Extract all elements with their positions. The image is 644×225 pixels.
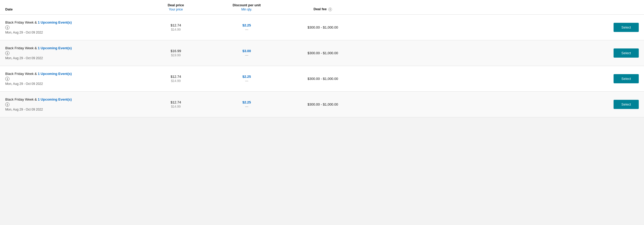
discount-sub: — xyxy=(210,28,283,31)
event-title: Black Friday Week & 1 Upcoming Event(s) xyxy=(5,46,142,50)
event-title: Black Friday Week & 1 Upcoming Event(s) xyxy=(5,97,142,101)
deal-price-main: $12.74 xyxy=(142,100,210,104)
row-date-col: Black Friday Week & 1 Upcoming Event(s) … xyxy=(5,46,142,60)
event-info-icon[interactable]: ℹ xyxy=(5,102,9,107)
discount-sub: — xyxy=(210,105,283,108)
discount-main: $3.00 xyxy=(210,49,283,53)
row-discount: $2.25 — xyxy=(210,100,283,108)
header-date: Date xyxy=(5,7,142,11)
select-button[interactable]: Select xyxy=(614,48,639,58)
row-deal-fee: $300.00 - $1,000.00 xyxy=(283,77,362,81)
select-button[interactable]: Select xyxy=(614,23,639,32)
row-deal-price: $12.74 $14.99 xyxy=(142,23,210,31)
discount-sub: — xyxy=(210,53,283,57)
row-deal-fee: $300.00 - $1,000.00 xyxy=(283,25,362,29)
event-title: Black Friday Week & 1 Upcoming Event(s) xyxy=(5,20,142,24)
row-action: Select xyxy=(362,23,639,32)
row-discount: $2.25 — xyxy=(210,23,283,31)
deal-price-sub: $14.99 xyxy=(142,79,210,83)
deal-fee-info-icon[interactable]: ℹ xyxy=(328,8,332,11)
event-date: Mon, Aug 29 - Oct 09 2022 xyxy=(5,56,142,60)
event-date: Mon, Aug 29 - Oct 09 2022 xyxy=(5,108,142,111)
event-date: Mon, Aug 29 - Oct 09 2022 xyxy=(5,82,142,86)
table-row: Black Friday Week & 1 Upcoming Event(s) … xyxy=(0,15,644,40)
deal-price-sub: $14.99 xyxy=(142,28,210,31)
event-info-icon[interactable]: ℹ xyxy=(5,25,9,30)
table-row: Black Friday Week & 1 Upcoming Event(s) … xyxy=(0,40,644,66)
deals-table: Date Deal price Your price Discount per … xyxy=(0,0,644,117)
event-title: Black Friday Week & 1 Upcoming Event(s) xyxy=(5,72,142,76)
row-deal-fee: $300.00 - $1,000.00 xyxy=(283,51,362,55)
table-row: Black Friday Week & 1 Upcoming Event(s) … xyxy=(0,92,644,117)
row-date-col: Black Friday Week & 1 Upcoming Event(s) … xyxy=(5,72,142,86)
event-highlight: 1 Upcoming Event(s) xyxy=(38,97,72,101)
event-date: Mon, Aug 29 - Oct 09 2022 xyxy=(5,31,142,34)
select-button[interactable]: Select xyxy=(614,100,639,109)
event-highlight: 1 Upcoming Event(s) xyxy=(38,72,72,76)
discount-sub: — xyxy=(210,79,283,83)
discount-main: $2.25 xyxy=(210,23,283,27)
row-discount: $2.25 — xyxy=(210,75,283,83)
deal-price-main: $12.74 xyxy=(142,75,210,79)
header-deal-fee: Deal fee ℹ xyxy=(283,7,362,11)
row-date-col: Black Friday Week & 1 Upcoming Event(s) … xyxy=(5,20,142,34)
event-info-icon[interactable]: ℹ xyxy=(5,51,9,55)
row-discount: $3.00 — xyxy=(210,49,283,57)
deal-price-main: $12.74 xyxy=(142,23,210,27)
discount-main: $2.25 xyxy=(210,100,283,104)
event-highlight: 1 Upcoming Event(s) xyxy=(38,46,72,50)
deal-price-sub: $19.99 xyxy=(142,53,210,57)
discount-main: $2.25 xyxy=(210,75,283,79)
header-discount: Discount per unit Min qty. xyxy=(210,3,283,11)
row-action: Select xyxy=(362,48,639,58)
row-deal-price: $12.74 $14.99 xyxy=(142,100,210,108)
deal-price-sub: $14.99 xyxy=(142,105,210,108)
table-header: Date Deal price Your price Discount per … xyxy=(0,0,644,15)
table-body: Black Friday Week & 1 Upcoming Event(s) … xyxy=(0,15,644,117)
row-date-col: Black Friday Week & 1 Upcoming Event(s) … xyxy=(5,97,142,111)
row-action: Select xyxy=(362,100,639,109)
event-info-icon[interactable]: ℹ xyxy=(5,77,9,81)
row-action: Select xyxy=(362,74,639,83)
table-row: Black Friday Week & 1 Upcoming Event(s) … xyxy=(0,66,644,92)
header-deal-price: Deal price Your price xyxy=(142,3,210,11)
select-button[interactable]: Select xyxy=(614,74,639,83)
deal-price-main: $16.99 xyxy=(142,49,210,53)
row-deal-price: $12.74 $14.99 xyxy=(142,75,210,83)
row-deal-fee: $300.00 - $1,000.00 xyxy=(283,102,362,106)
row-deal-price: $16.99 $19.99 xyxy=(142,49,210,57)
event-highlight: 1 Upcoming Event(s) xyxy=(38,20,72,24)
